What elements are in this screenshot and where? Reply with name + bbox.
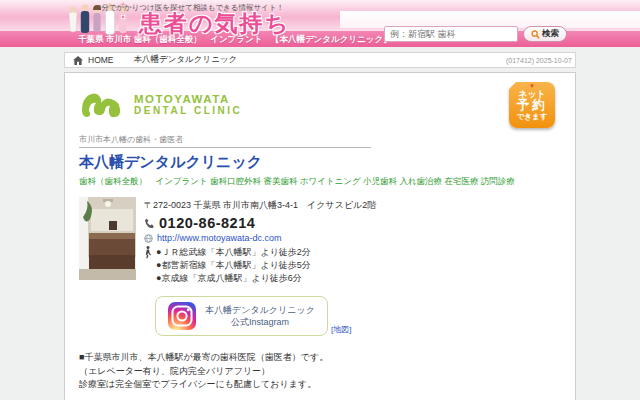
instagram-label-line2: 公式Instagram [205,316,315,328]
breadcrumb-home[interactable]: HOME [88,55,114,65]
website-link[interactable]: http://www.motoyawata-dc.com [157,233,282,243]
breadcrumb-current: 本八幡デンタルクリニック [134,54,238,66]
access-lines: ●ＪＲ総武線「本八幡駅」より徒歩2分 ●都営新宿線「本八幡駅」より徒歩5分 ●京… [156,246,311,285]
description-line: （エレベーター有り、院内完全バリアフリー） [79,365,561,379]
walking-person-icon [144,246,152,259]
map-link[interactable]: [地図] [331,324,351,336]
clinic-logo-line1: MOTOYAWATA [134,93,242,105]
description-paragraph-gap [79,392,561,400]
site-logo-text[interactable]: 患者の気持ち [139,8,290,39]
phone-icon [144,218,155,229]
instagram-icon [168,302,196,330]
phone-row: 0120-86-8214 [144,215,376,231]
badge-line2: 予約 [509,99,555,112]
online-reservation-badge[interactable]: ▼ ネット 予約 できます [509,82,555,128]
clinic-description: ■千葉県市川市、本八幡駅が最寄の歯科医院（歯医者）です。 （エレベーター有り、院… [79,351,561,400]
search-input[interactable] [384,26,518,42]
search-button[interactable]: 検索 [523,26,567,42]
clinic-logo-line2: DENTAL CLINIC [134,105,242,116]
treatment-tags: 歯科（歯科全般） インプラント 歯科口腔外科 審美歯科 ホワイトニング 小児歯科… [79,176,561,188]
magnifier-icon [531,30,540,39]
breadcrumb: HOME 本八幡デンタルクリニック [64,52,576,68]
site-header: 3分でかかりつけ医を探せて相談もできる情報サイト！ 患者の気持ち 千葉県 市川市… [0,0,640,47]
clinic-info-row: 〒272-0023 千葉県 市川市南八幡3-4-1 イクサスビル2階 0120-… [79,197,561,285]
globe-icon [144,234,153,243]
clinic-logo: MOTOYAWATA DENTAL CLINIC [79,82,242,121]
badge-corner-fold [508,81,517,90]
clinic-address: 〒272-0023 千葉県 市川市南八幡3-4-1 イクサスビル2階 [144,199,376,212]
clinic-logo-row: MOTOYAWATA DENTAL CLINIC ▼ ネット 予約 できます [79,82,561,128]
description-line: ■千葉県市川市、本八幡駅が最寄の歯科医院（歯医者）です。 [79,351,561,365]
phone-number[interactable]: 0120-86-8214 [159,215,255,231]
access-line-keisei: ●京成線「京成八幡駅」より徒歩6分 [156,272,311,285]
instagram-row: 本八幡デンタルクリニック 公式Instagram [地図] [155,296,561,336]
clinic-content-box: MOTOYAWATA DENTAL CLINIC ▼ ネット 予約 できます 市… [64,72,576,400]
instagram-label-line1: 本八幡デンタルクリニック [205,304,315,316]
clinic-logo-mark-icon [79,87,125,121]
access-row: ●ＪＲ総武線「本八幡駅」より徒歩2分 ●都営新宿線「本八幡駅」より徒歩5分 ●京… [144,246,376,285]
instagram-badge[interactable]: 本八幡デンタルクリニック 公式Instagram [155,296,328,336]
website-row: http://www.motoyawata-dc.com [144,233,376,243]
description-line: 診療室は完全個室でプライバシーにも配慮しております。 [79,378,561,392]
access-line-jr: ●ＪＲ総武線「本八幡駅」より徒歩2分 [156,246,311,259]
home-icon [73,56,83,65]
instagram-label: 本八幡デンタルクリニック 公式Instagram [205,304,315,328]
clinic-name-heading: 本八幡デンタルクリニック [79,153,561,172]
contact-block: 〒272-0023 千葉県 市川市南八幡3-4-1 イクサスビル2階 0120-… [144,197,376,285]
area-label: 市川市本八幡の歯科・歯医者 [79,134,371,148]
clinic-logo-name: MOTOYAWATA DENTAL CLINIC [134,93,242,116]
access-line-toei: ●都営新宿線「本八幡駅」より徒歩5分 [156,259,311,272]
page: 3分でかかりつけ医を探せて相談もできる情報サイト！ 患者の気持ち 千葉県 市川市… [0,0,640,400]
search-button-label: 検索 [542,28,559,40]
clinic-photo [79,197,136,280]
badge-line3: できます [509,112,555,121]
page-meta-line: (017412) 2025-10-07 [506,57,572,64]
header-search: 検索 [384,26,567,42]
